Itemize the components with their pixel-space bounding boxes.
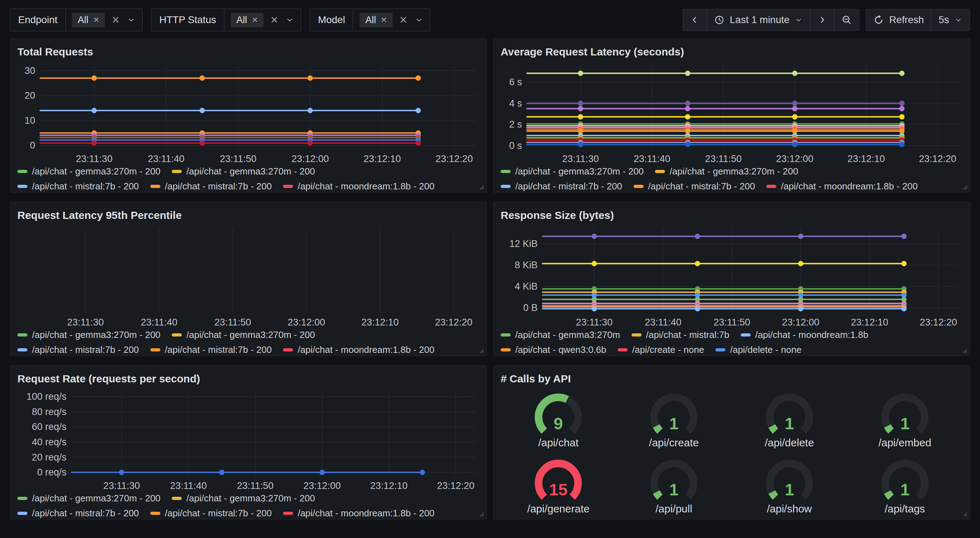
panel-resize-handle[interactable]	[961, 347, 967, 354]
zoom-out-time-button[interactable]	[834, 9, 859, 31]
legend-item[interactable]: /api/chat - mistral:7b - 200	[150, 506, 272, 519]
legend-item[interactable]: /api/chat - mistral:7b - 200	[634, 179, 755, 193]
legend-row: /api/chat - gemma3:270m - 200/api/chat -…	[18, 491, 479, 505]
chevron-down-icon[interactable]	[127, 15, 136, 24]
svg-text:23:12:20: 23:12:20	[436, 154, 473, 163]
chevron-down-icon[interactable]	[414, 15, 423, 24]
legend-item[interactable]: /api/delete - none	[716, 343, 802, 356]
legend-series-color	[18, 497, 27, 500]
panel-request-rate: Request Rate (requests per second) 23:11…	[10, 365, 487, 519]
refresh-button[interactable]: Refresh	[866, 9, 931, 31]
legend-row: /api/chat - gemma3:270m - 200/api/chat -…	[18, 164, 479, 178]
legend-item[interactable]: /api/chat - mistral:7b - 200	[501, 179, 622, 193]
legend-item[interactable]: /api/chat - gemma3:270m - 200	[18, 328, 161, 342]
legend-item[interactable]: /api/chat - mistral:7b	[632, 328, 729, 342]
legend-item[interactable]: /api/chat - moondream:1.8b - 200	[283, 179, 434, 193]
legend-item[interactable]: /api/create - none	[618, 343, 704, 356]
legend-item[interactable]: /api/chat - mistral:7b - 200	[150, 179, 272, 193]
legend-item[interactable]: /api/chat - moondream:1.8b	[741, 328, 869, 342]
legend-item[interactable]: /api/chat - qwen3:0.6b	[501, 343, 606, 356]
filter-group-endpoint: EndpointAll××	[10, 8, 143, 31]
legend-series-label: /api/chat - gemma3:270m - 200	[32, 328, 161, 342]
svg-text:10: 10	[24, 115, 35, 126]
filter-value-area[interactable]: All××	[353, 9, 430, 31]
filter-selected-tag[interactable]: All×	[231, 13, 264, 27]
panel-resize-handle[interactable]	[478, 347, 484, 354]
legend-series-color	[18, 170, 27, 173]
remove-tag-icon[interactable]: ×	[381, 15, 387, 25]
legend-item[interactable]: /api/chat - moondream:1.8b - 200	[283, 506, 434, 519]
average-latency-chart[interactable]: 23:11:3023:11:4023:11:5023:12:0023:12:10…	[501, 62, 963, 163]
filter-selected-tag[interactable]: All×	[72, 13, 105, 27]
chart-legend: /api/chat - gemma3:270m - 200/api/chat -…	[18, 164, 479, 193]
legend-item[interactable]: /api/chat - mistral:7b - 200	[150, 343, 272, 356]
legend-item[interactable]: /api/chat - gemma3:270m	[501, 328, 620, 342]
remove-tag-icon[interactable]: ×	[252, 15, 258, 25]
filter-value-area[interactable]: All××	[66, 9, 142, 31]
svg-text:8 KiB: 8 KiB	[514, 260, 538, 270]
legend-series-label: /api/chat - moondream:1.8b - 200	[298, 343, 434, 356]
gauge-label: /api/show	[767, 503, 812, 515]
legend-item[interactable]: /api/chat - gemma3:270m - 200	[172, 491, 315, 505]
panel-resize-handle[interactable]	[961, 184, 967, 190]
legend-series-label: /api/chat - mistral:7b - 200	[515, 179, 622, 193]
svg-text:0: 0	[30, 140, 35, 151]
legend-item[interactable]: /api/chat - gemma3:270m - 200	[172, 328, 315, 342]
svg-text:23:12:00: 23:12:00	[291, 154, 329, 163]
legend-item[interactable]: /api/chat - mistral:7b - 200	[18, 506, 139, 519]
legend-row: /api/chat - mistral:7b - 200/api/chat - …	[18, 343, 479, 356]
legend-item[interactable]: /api/chat - gemma3:270m - 200	[18, 164, 161, 178]
zoom-out-icon	[841, 14, 852, 25]
latency-p95-chart[interactable]: 23:11:3023:11:4023:11:5023:12:0023:12:10…	[18, 225, 479, 327]
filter-selected-tag[interactable]: All×	[360, 13, 392, 27]
gauge-value: 1	[900, 414, 910, 433]
svg-text:80 req/s: 80 req/s	[32, 406, 67, 417]
legend-series-color	[501, 170, 511, 173]
clear-filter-icon[interactable]: ×	[400, 14, 407, 26]
panel-title: Response Size (bytes)	[501, 209, 963, 222]
legend-series-label: /api/chat - moondream:1.8b - 200	[298, 506, 434, 519]
legend-item[interactable]: /api/chat - gemma3:270m - 200	[655, 164, 798, 178]
legend-series-label: /api/chat - gemma3:270m	[515, 328, 620, 342]
panel-resize-handle[interactable]	[478, 184, 484, 190]
legend-item[interactable]: /api/chat - gemma3:270m - 200	[501, 164, 644, 178]
clear-filter-icon[interactable]: ×	[270, 14, 278, 26]
refresh-icon	[873, 14, 884, 25]
panel-resize-handle[interactable]	[961, 511, 967, 517]
legend-row: /api/chat - gemma3:270m - 200/api/chat -…	[501, 164, 963, 178]
clear-filter-icon[interactable]: ×	[112, 14, 119, 26]
time-shift-forward-button[interactable]	[810, 9, 834, 31]
legend-item[interactable]: /api/chat - mistral:7b - 200	[18, 179, 139, 193]
svg-text:20 req/s: 20 req/s	[32, 452, 67, 463]
legend-series-label: /api/chat - moondream:1.8b - 200	[781, 179, 917, 193]
svg-text:23:12:00: 23:12:00	[782, 317, 819, 327]
refresh-interval-button[interactable]: 5s	[931, 9, 970, 31]
legend-series-label: /api/create - none	[632, 343, 704, 356]
legend-item[interactable]: /api/chat - moondream:1.8b - 200	[283, 343, 434, 356]
svg-text:23:11:30: 23:11:30	[562, 154, 599, 163]
time-range-picker-button[interactable]: Last 1 minute	[706, 9, 810, 31]
legend-item[interactable]: /api/chat - gemma3:270m - 200	[18, 491, 161, 505]
request-rate-chart[interactable]: 23:11:3023:11:4023:11:5023:12:0023:12:10…	[18, 389, 479, 490]
time-shift-back-button[interactable]	[683, 9, 707, 31]
gauge-label: /api/delete	[765, 437, 814, 449]
legend-row: /api/chat - gemma3:270m - 200/api/chat -…	[18, 328, 479, 342]
legend-series-label: /api/chat - gemma3:270m - 200	[186, 491, 315, 505]
chevron-down-icon[interactable]	[285, 15, 294, 24]
total-requests-chart[interactable]: 23:11:3023:11:4023:11:5023:12:0023:12:10…	[18, 62, 479, 163]
filter-value-area[interactable]: All××	[224, 9, 301, 31]
svg-text:23:11:40: 23:11:40	[170, 481, 207, 490]
remove-tag-icon[interactable]: ×	[94, 15, 99, 25]
panel-resize-handle[interactable]	[478, 511, 484, 517]
svg-text:23:12:10: 23:12:10	[851, 317, 888, 327]
response-size-chart[interactable]: 23:11:3023:11:4023:11:5023:12:0023:12:10…	[501, 225, 963, 327]
svg-text:2 s: 2 s	[509, 119, 522, 130]
legend-item[interactable]: /api/chat - mistral:7b - 200	[18, 343, 139, 356]
svg-text:23:12:10: 23:12:10	[370, 481, 407, 490]
legend-item[interactable]: /api/chat - moondream:1.8b - 200	[766, 179, 917, 193]
variable-filters: EndpointAll××HTTP StatusAll××ModelAll××	[10, 8, 430, 31]
legend-series-label: /api/chat - mistral:7b - 200	[165, 506, 272, 519]
legend-item[interactable]: /api/chat - gemma3:270m - 200	[172, 164, 315, 178]
time-range-label: Last 1 minute	[730, 14, 789, 25]
gauge-api-pull: 1/api/pull	[616, 457, 732, 515]
